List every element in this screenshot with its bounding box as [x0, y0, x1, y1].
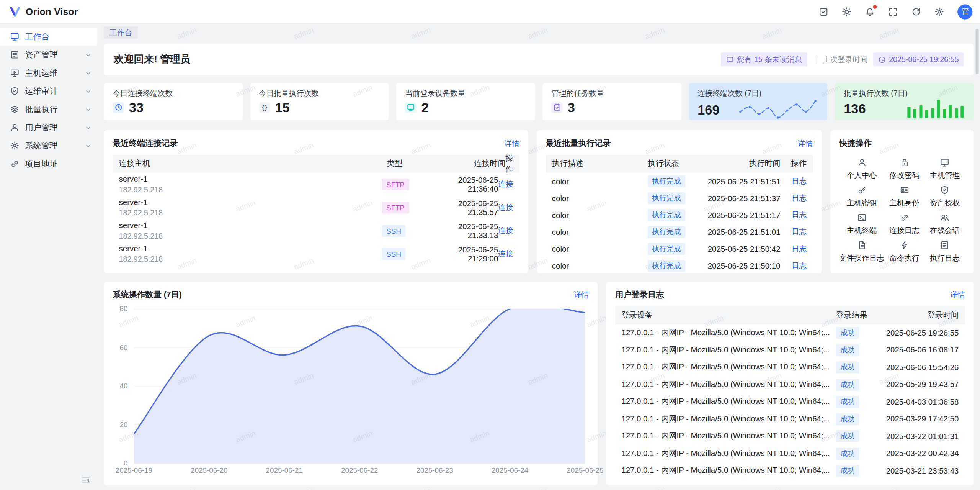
panel-title: 最近终端连接记录	[113, 138, 178, 149]
user-avatar[interactable]: 管	[957, 4, 972, 19]
chart-detail-link[interactable]: 详情	[574, 290, 589, 300]
quick-action-execution-log[interactable]: 执行日志	[924, 238, 965, 266]
sidebar-item-workbench[interactable]: 工作台	[0, 28, 97, 46]
exec-desc: color	[552, 194, 648, 203]
login-time: 2025-04-03 01:36:58	[876, 398, 959, 406]
table-header: 连接主机 类型 连接时间 操作	[113, 155, 519, 173]
quick-action-change-password[interactable]: 修改密码	[884, 156, 924, 184]
connect-link[interactable]: 连接	[498, 203, 513, 212]
column-header: 类型	[387, 159, 434, 169]
log-link[interactable]: 日志	[792, 177, 807, 185]
check-square-icon[interactable]	[818, 7, 828, 16]
audit-shield-icon	[10, 87, 20, 96]
sidebar-item-asset-management[interactable]: 资产管理	[0, 46, 97, 64]
log-link[interactable]: 日志	[792, 210, 807, 219]
collapse-sidebar-icon[interactable]	[80, 475, 91, 485]
stat-card-terminal-today: 今日连接终端次数 33	[104, 83, 242, 120]
column-header: 登录结果	[836, 310, 876, 321]
refresh-icon[interactable]	[911, 7, 921, 16]
login-time: 2025-03-22 01:01:31	[876, 432, 959, 441]
breadcrumb-item[interactable]: 工作台	[104, 26, 137, 39]
sidebar-item-label: 批量执行	[25, 104, 57, 115]
table-row: server-1182.92.5.218 SSH 2025-06-25 21:3…	[113, 219, 519, 242]
ops-chart-card: 系统操作数量 (7日) 详情 80 60 40 20 0	[104, 282, 598, 485]
chevron-down-icon	[85, 124, 92, 131]
quick-action-command-execution[interactable]: 命令执行	[884, 238, 924, 266]
table-row: 127.0.0.1 - 内网IP - Mozilla/5.0 (Windows …	[615, 411, 965, 428]
quick-action-asset-authorization[interactable]: 资产授权	[924, 184, 965, 211]
table-row: server-1182.92.5.218 SSH 2025-06-25 21:2…	[113, 243, 519, 265]
chevron-down-icon	[85, 142, 92, 149]
quick-action-host-key[interactable]: 主机密钥	[839, 184, 884, 211]
notifications-bell-icon[interactable]	[865, 7, 875, 16]
y-tick: 60	[120, 344, 128, 351]
stats-row: 今日连接终端次数 33 今日批量执行次数 { } 15 当前登录设备数量 2	[104, 83, 973, 120]
connect-link[interactable]: 连接	[498, 249, 513, 258]
login-detail-link[interactable]: 详情	[950, 290, 965, 300]
quick-action-file-operation-log[interactable]: 文件操作日志	[839, 238, 884, 266]
lightning-icon	[900, 240, 909, 250]
column-header: 执行状态	[648, 159, 707, 169]
connect-link[interactable]: 连接	[498, 226, 513, 235]
table-row: color 执行完成 2025-06-25 21:51:51 日志	[546, 173, 813, 190]
user-icon	[10, 123, 20, 132]
sidebar-item-batch-execution[interactable]: 批量执行	[0, 100, 97, 118]
exec-time: 2025-06-25 21:50:42	[707, 244, 780, 253]
last-login-time-badge: 2025-06-25 19:26:55	[873, 52, 964, 66]
sidebar-item-host-ops[interactable]: 主机运维	[0, 64, 97, 82]
breadcrumb: 工作台	[104, 26, 973, 39]
sidebar-item-ops-audit[interactable]: 运维审计	[0, 82, 97, 100]
log-link[interactable]: 日志	[792, 193, 807, 202]
log-link[interactable]: 日志	[792, 227, 807, 236]
host-name: server-1	[119, 244, 382, 254]
exec-desc: color	[552, 177, 648, 186]
login-device: 127.0.0.1 - 内网IP - Mozilla/5.0 (Windows …	[621, 328, 836, 338]
status-badge: 成功	[836, 447, 859, 459]
table-row: 127.0.0.1 - 内网IP - Mozilla/5.0 (Windows …	[615, 324, 965, 342]
host-name: server-1	[119, 174, 382, 185]
theme-sun-icon[interactable]	[842, 7, 852, 16]
terminal-detail-link[interactable]: 详情	[505, 138, 519, 149]
system-gear-icon	[10, 141, 20, 151]
app-logo[interactable]: Orion Visor	[9, 5, 78, 18]
log-link[interactable]: 日志	[792, 244, 807, 253]
quick-action-host-identity[interactable]: 主机身份	[884, 184, 924, 211]
quick-action-connection-log[interactable]: 连接日志	[884, 211, 924, 238]
table-row: 127.0.0.1 - 内网IP - Mozilla/5.0 (Windows …	[615, 342, 965, 359]
log-link[interactable]: 日志	[792, 261, 807, 270]
exec-desc: color	[552, 228, 648, 236]
unread-messages-badge[interactable]: 您有 15 条未读消息	[720, 52, 807, 66]
status-badge: 成功	[836, 379, 859, 391]
notification-dot	[873, 5, 877, 8]
quick-action-host-management[interactable]: 主机管理	[924, 156, 965, 184]
batch-detail-link[interactable]: 详情	[798, 138, 813, 149]
sidebar-item-user-management[interactable]: 用户管理	[0, 118, 97, 136]
quick-action-profile[interactable]: 个人中心	[839, 156, 884, 184]
host-ip: 182.92.5.218	[119, 185, 382, 195]
quick-action-online-session[interactable]: 在线会话	[924, 211, 965, 238]
host-ip: 182.92.5.218	[119, 231, 382, 241]
sidebar: 工作台 资产管理 主机运维 运维审计 批量执行 用户管理	[0, 24, 97, 490]
connect-link[interactable]: 连接	[498, 180, 513, 188]
vertical-scrollbar-thumb[interactable]	[976, 29, 979, 74]
plot-area: 2025-06-19 2025-06-20 2025-06-21 2025-06…	[134, 309, 585, 463]
stat-label: 当前登录设备数量	[405, 88, 526, 99]
sidebar-item-project-link[interactable]: 项目地址	[0, 155, 97, 173]
settings-gear-icon[interactable]	[934, 7, 944, 16]
users-icon	[940, 213, 950, 223]
status-badge: 执行完成	[648, 226, 685, 238]
table-row: 127.0.0.1 - 内网IP - Mozilla/5.0 (Windows …	[615, 393, 965, 411]
x-tick: 2025-06-19	[116, 467, 152, 474]
exec-desc: color	[552, 244, 648, 253]
sidebar-item-system-management[interactable]: 系统管理	[0, 136, 97, 154]
x-tick: 2025-06-20	[191, 467, 227, 474]
column-header: 操作	[781, 159, 807, 169]
login-device: 127.0.0.1 - 内网IP - Mozilla/5.0 (Windows …	[621, 345, 836, 356]
batch-records-card: 最近批量执行记录 详情 执行描述 执行状态 执行时间 操作 color 执行完成…	[537, 130, 822, 273]
table-row: 127.0.0.1 - 内网IP - Mozilla/5.0 (Windows …	[615, 359, 965, 376]
y-tick: 20	[120, 421, 128, 428]
fullscreen-icon[interactable]	[888, 7, 898, 16]
file-list-icon	[940, 240, 950, 250]
quick-action-host-terminal[interactable]: 主机终端	[839, 211, 884, 238]
column-header: 登录设备	[621, 310, 836, 321]
